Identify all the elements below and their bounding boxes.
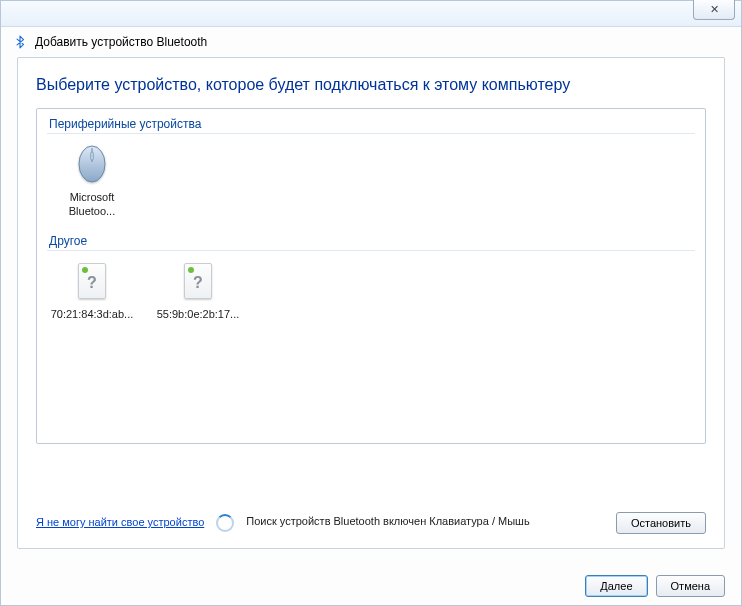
device-label: 55:9b:0e:2b:17... xyxy=(155,307,241,321)
search-status-text: Поиск устройств Bluetooth включен Клавиа… xyxy=(246,512,604,528)
unknown-device-icon xyxy=(49,259,135,303)
device-item-unknown-2[interactable]: 55:9b:0e:2b:17... xyxy=(153,257,243,323)
wizard-header: Добавить устройство Bluetooth xyxy=(1,27,741,57)
mouse-icon xyxy=(49,142,135,186)
wizard-title: Добавить устройство Bluetooth xyxy=(35,35,207,49)
device-label: Microsoft Bluetoo... xyxy=(49,190,135,218)
other-row: 70:21:84:3d:ab... 55:9b:0e:2b:17... xyxy=(47,257,695,323)
close-icon: ✕ xyxy=(710,3,719,16)
help-link-cant-find[interactable]: Я не могу найти свое устройство xyxy=(36,512,204,528)
bluetooth-icon xyxy=(13,35,27,49)
device-label: 70:21:84:3d:ab... xyxy=(49,307,135,321)
instruction-text: Выберите устройство, которое будет подкл… xyxy=(36,76,706,94)
unknown-device-icon xyxy=(155,259,241,303)
titlebar: ✕ xyxy=(1,1,741,27)
cancel-button[interactable]: Отмена xyxy=(656,575,725,597)
spinner-icon xyxy=(216,514,234,532)
peripherals-row: Microsoft Bluetoo... xyxy=(47,140,695,220)
svg-rect-2 xyxy=(91,152,94,160)
device-list: Периферийные устройства xyxy=(36,108,706,444)
footer-row: Я не могу найти свое устройство Поиск ус… xyxy=(36,512,706,534)
device-item-mouse[interactable]: Microsoft Bluetoo... xyxy=(47,140,137,220)
wizard-body: Выберите устройство, которое будет подкл… xyxy=(17,57,725,549)
next-button[interactable]: Далее xyxy=(585,575,647,597)
stop-button[interactable]: Остановить xyxy=(616,512,706,534)
wizard-window: ✕ Добавить устройство Bluetooth Выберите… xyxy=(0,0,742,606)
group-header-peripherals: Периферийные устройства xyxy=(47,113,695,134)
wizard-buttons: Далее Отмена xyxy=(585,575,725,597)
close-button[interactable]: ✕ xyxy=(693,0,735,20)
group-header-other: Другое xyxy=(47,230,695,251)
device-item-unknown-1[interactable]: 70:21:84:3d:ab... xyxy=(47,257,137,323)
